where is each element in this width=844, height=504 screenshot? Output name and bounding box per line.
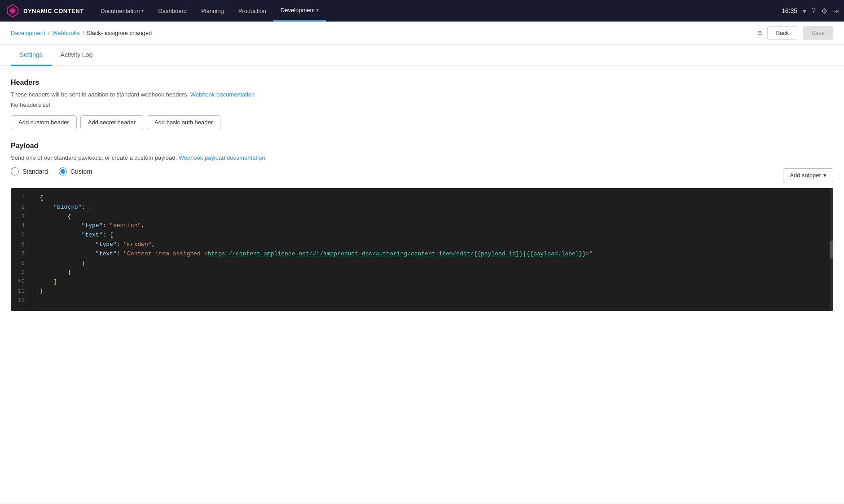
standard-radio-label[interactable]: Standard bbox=[11, 167, 48, 175]
no-headers-text: No headers set bbox=[11, 101, 833, 108]
headers-title: Headers bbox=[11, 79, 833, 87]
add-custom-header-button[interactable]: Add custom header bbox=[11, 115, 77, 129]
back-button[interactable]: Back bbox=[767, 26, 797, 39]
code-body: 123456789101112 { "blocks": [ { "type": … bbox=[11, 188, 833, 311]
time-chevron-icon[interactable]: ▾ bbox=[803, 7, 806, 15]
brand-logo-icon bbox=[5, 4, 20, 18]
settings-icon[interactable]: ⚙ bbox=[821, 7, 827, 15]
brand-name: DYNAMIC CONTENT bbox=[23, 8, 84, 14]
payload-description: Send one of our standard payloads, or cr… bbox=[11, 154, 833, 161]
breadcrumb-bar: Development / Webhooks / Slack- assignee… bbox=[0, 22, 844, 45]
payload-section: Payload Send one of our standard payload… bbox=[11, 142, 833, 311]
clock-display: 16:35 bbox=[782, 7, 797, 14]
line-numbers: 123456789101112 bbox=[11, 188, 32, 311]
top-nav: DYNAMIC CONTENT Documentation ▾ Dashboar… bbox=[0, 0, 844, 22]
breadcrumb-current: Slack- assignee changed bbox=[87, 30, 152, 36]
list-view-icon[interactable]: ≡ bbox=[757, 28, 762, 38]
save-button[interactable]: Save bbox=[803, 26, 833, 39]
breadcrumb-webhooks[interactable]: Webhooks bbox=[52, 30, 79, 36]
add-snippet-button[interactable]: Add snippet ▾ bbox=[783, 168, 833, 182]
standard-radio[interactable] bbox=[11, 167, 19, 175]
payload-title: Payload bbox=[11, 142, 833, 150]
scrollbar-track[interactable] bbox=[830, 188, 833, 311]
scrollbar-thumb[interactable] bbox=[830, 241, 833, 259]
chevron-down-icon: ▾ bbox=[141, 9, 144, 13]
chevron-down-icon: ▾ bbox=[316, 8, 319, 13]
custom-radio-label[interactable]: Custom bbox=[59, 167, 92, 175]
logout-icon[interactable]: ⇥ bbox=[833, 7, 839, 15]
tab-settings[interactable]: Settings bbox=[11, 45, 52, 66]
webhook-doc-link[interactable]: Webhook documentation bbox=[190, 91, 255, 98]
help-icon[interactable]: ? bbox=[812, 7, 816, 15]
main-content: Headers These headers will be sent in ad… bbox=[0, 66, 844, 503]
header-buttons-group: Add custom header Add secret header Add … bbox=[11, 115, 833, 129]
payload-options-row: Standard Custom Add snippet ▾ bbox=[11, 167, 833, 183]
nav-items: Documentation ▾ Dashboard Planning Produ… bbox=[93, 0, 782, 22]
code-content[interactable]: { "blocks": [ { "type": "section", "text… bbox=[32, 188, 833, 311]
payload-doc-link[interactable]: Webhook payload documentation bbox=[179, 154, 265, 161]
custom-radio[interactable] bbox=[59, 167, 67, 175]
breadcrumb-sep-2: / bbox=[82, 30, 84, 36]
nav-item-development[interactable]: Development ▾ bbox=[273, 0, 326, 22]
tabs-bar: Settings Activity Log bbox=[0, 45, 844, 66]
nav-right: 16:35 ▾ ? ⚙ ⇥ bbox=[782, 7, 839, 15]
breadcrumb: Development / Webhooks / Slack- assignee… bbox=[11, 30, 152, 36]
nav-item-documentation[interactable]: Documentation ▾ bbox=[93, 0, 151, 22]
nav-item-production[interactable]: Production bbox=[231, 0, 273, 22]
breadcrumb-actions: ≡ Back Save bbox=[757, 26, 833, 39]
headers-description: These headers will be sent in addition t… bbox=[11, 91, 833, 98]
code-editor[interactable]: 123456789101112 { "blocks": [ { "type": … bbox=[11, 188, 833, 311]
chevron-down-icon: ▾ bbox=[823, 172, 826, 179]
breadcrumb-sep-1: / bbox=[48, 30, 50, 36]
nav-item-dashboard[interactable]: Dashboard bbox=[151, 0, 194, 22]
brand: DYNAMIC CONTENT bbox=[5, 4, 86, 18]
breadcrumb-development[interactable]: Development bbox=[11, 30, 45, 36]
add-secret-header-button[interactable]: Add secret header bbox=[80, 115, 143, 129]
add-basic-auth-header-button[interactable]: Add basic auth header bbox=[147, 115, 220, 129]
tab-activity-log[interactable]: Activity Log bbox=[52, 45, 102, 66]
payload-radio-group: Standard Custom bbox=[11, 167, 92, 175]
headers-section: Headers These headers will be sent in ad… bbox=[11, 79, 833, 129]
nav-item-planning[interactable]: Planning bbox=[194, 0, 231, 22]
